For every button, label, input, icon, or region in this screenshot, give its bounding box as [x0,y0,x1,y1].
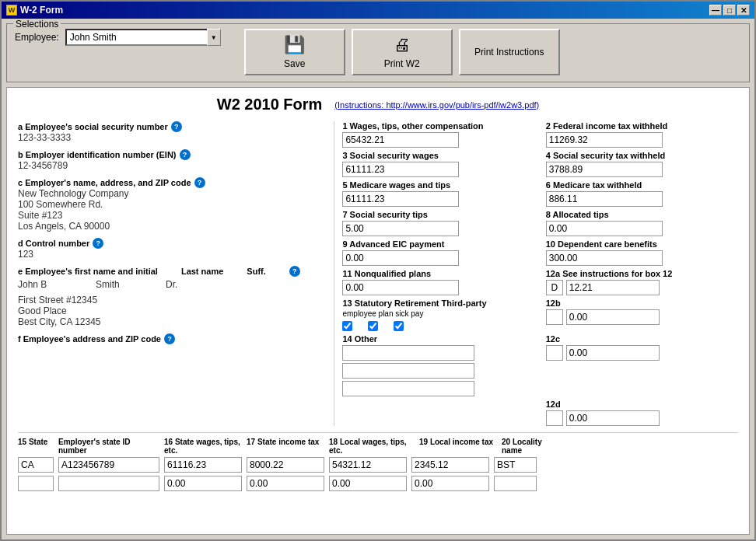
field-e-firstname-label: e Employee's first name and initial [18,267,158,276]
box6-label: 6 Medicare tax withheld [546,180,738,190]
field-b-help-icon[interactable]: ? [180,149,191,160]
box13-thirdparty-checkbox[interactable] [394,321,404,331]
employee-select[interactable]: John Smith [65,29,221,46]
state-row1-state[interactable] [18,457,54,473]
bottom-state-row: 15 State Employer's state ID number 16 S… [18,432,738,491]
box12b-value-input[interactable] [566,309,660,325]
col16-header: 16 State wages, tips, etc. [164,438,242,455]
box1-field: 1 Wages, tips, other compensation [342,121,534,148]
col17-header: 17 State income tax [247,438,324,455]
state-row1-local-tax[interactable] [411,457,489,473]
box12c-letter-input[interactable] [546,345,563,361]
title-bar: W W-2 Form — □ ✕ [2,2,754,19]
box12d-row [546,410,738,426]
box12d-letter-input[interactable] [546,410,563,426]
field-e-name-row: John B Smith Dr. [18,279,326,290]
box1-input[interactable] [342,132,459,148]
box13-sublabel: employee plan sick pay [342,309,534,318]
box12a-value-input[interactable] [566,280,660,295]
box8-field: 8 Allocated tips [546,210,738,236]
box8-label: 8 Allocated tips [546,210,738,219]
print-w2-button[interactable]: 🖨 Print W2 [352,29,453,75]
field-f-help-icon[interactable]: ? [164,333,175,344]
state-row1-id[interactable] [58,457,159,473]
box9-input[interactable] [342,250,459,266]
field-e-section: e Employee's first name and initial Last… [18,266,326,327]
field-d-label: d Control number ? [18,238,326,249]
box13-label: 13 Statutory Retirement Third-party [342,298,486,308]
field-f-label: f Employee's address and ZIP code ? [18,333,326,344]
state-row1-locality[interactable] [494,457,537,473]
box13-thirdparty-item [394,321,404,331]
state-row2-id[interactable] [58,476,159,491]
box12a-letter-input[interactable] [546,280,563,295]
box14-input-2[interactable] [342,363,474,379]
state-row1-wages[interactable] [164,457,242,473]
print-instructions-button[interactable]: Print Instructions [459,29,560,75]
box12c-field: 12c [546,334,738,396]
empty-cell-1 [342,400,534,426]
box14-input-3[interactable] [342,381,474,396]
box12a-field: 12a See instructions for box 12 [546,269,738,295]
box13-retirement-item [368,321,378,331]
state-row2-wages[interactable] [164,476,242,491]
save-button[interactable]: 💾 Save [244,29,345,75]
field-c-line2: 100 Somewhere Rd. [18,199,326,210]
state-row2-state[interactable] [18,476,54,491]
box9-label: 9 Advanced EIC payment [342,239,534,249]
window-icon: W [6,5,17,16]
state-row1-local-wages[interactable] [329,457,407,473]
maximize-button[interactable]: □ [723,5,736,16]
box14-inputs [342,345,534,396]
field-e-help-icon[interactable]: ? [289,266,300,277]
box12a-label: 12a See instructions for box 12 [546,269,738,278]
box6-input[interactable] [546,191,663,207]
state-row-1 [18,457,738,473]
selections-group: Selections Employee: John Smith ▼ 💾 Save [6,23,750,82]
box12c-value-input[interactable] [566,345,660,361]
state-row1-income-tax[interactable] [247,457,324,473]
state-row2-local-tax[interactable] [411,476,489,491]
box7-input[interactable] [342,221,459,236]
box5-input[interactable] [342,191,459,207]
state-row2-local-wages[interactable] [329,476,407,491]
field-c-help-icon[interactable]: ? [194,177,205,188]
state-row2-locality[interactable] [494,476,537,491]
box13-retirement-checkbox[interactable] [368,321,378,331]
field-c-line4: Los Angels, CA 90000 [18,221,326,232]
field-c-line3: Suite #123 [18,210,326,221]
box12b-letter-input[interactable] [546,309,563,325]
box2-label: 2 Federal income tax withheld [546,121,738,131]
col15-state-header: 15 State [18,438,54,455]
col19-header: 19 Local income tax [419,438,497,455]
box14-input-1[interactable] [342,345,474,361]
field-d-help-icon[interactable]: ? [93,238,103,249]
box11-input[interactable] [342,280,459,295]
box14-label: 14 Other [342,334,534,344]
box13-statutory-checkbox[interactable] [342,321,352,331]
field-e-firstname: John B [18,279,80,290]
box3-input[interactable] [342,162,459,177]
box8-input[interactable] [546,221,663,236]
title-bar-left: W W-2 Form [6,5,63,16]
box7-field: 7 Social security tips [342,210,534,236]
state-row2-income-tax[interactable] [247,476,324,491]
field-c-label: c Employer's name, address, and ZIP code… [18,177,326,188]
box12d-value-input[interactable] [566,410,660,426]
form-title-row: W2 2010 Form (Instructions: http://www.i… [18,96,738,113]
field-d-value: 123 [18,249,326,260]
box4-input[interactable] [546,162,663,177]
box10-input[interactable] [546,250,663,266]
toolbar-buttons: 💾 Save 🖨 Print W2 Print Instructions [244,29,560,75]
main-window: W W-2 Form — □ ✕ Selections Employee: Jo… [0,0,756,541]
field-a-help-icon[interactable]: ? [171,121,182,132]
form-left: a Employee's social security number ? 12… [18,121,334,426]
box12a-row [546,280,738,295]
close-button[interactable]: ✕ [737,5,750,16]
box6-field: 6 Medicare tax withheld [546,180,738,207]
field-c-line1: New Technology Company [18,188,326,199]
box1-label: 1 Wages, tips, other compensation [342,121,534,131]
minimize-button[interactable]: — [709,5,722,16]
instructions-link[interactable]: (Instructions: http://www.irs.gov/pub/ir… [334,100,539,110]
box2-input[interactable] [546,132,663,148]
